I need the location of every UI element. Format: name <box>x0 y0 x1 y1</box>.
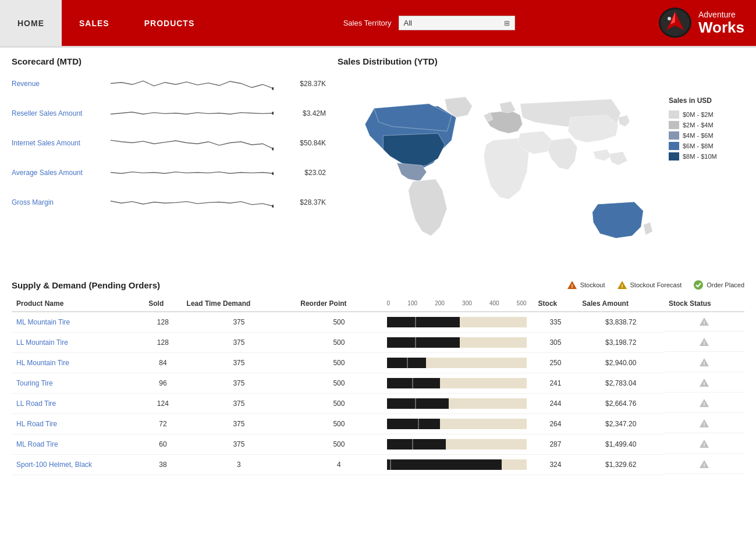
map-legend: Sales in USD $0M - $2M $2M - $4M $4M - $… <box>669 97 744 271</box>
col-stock-status[interactable]: Stock Status <box>664 296 744 312</box>
svg-text:!: ! <box>703 442 705 448</box>
legend-item-0: $0M - $2M <box>669 110 744 119</box>
cell-stock-0: 335 <box>534 312 578 333</box>
cell-sales-5: $2,347.20 <box>577 414 664 434</box>
legend-color-2 <box>669 131 679 140</box>
cell-product-3[interactable]: Touring Tire <box>12 373 144 394</box>
legend-color-3 <box>669 142 679 150</box>
scorecard-value-internet: $50.84K <box>279 139 326 147</box>
scorecard-value-reseller: $3.42M <box>279 109 326 117</box>
cell-stock-4: 244 <box>534 394 578 414</box>
col-lead-time[interactable]: Lead Time Demand <box>182 296 296 312</box>
scorecard-title: Scorecard (MTD) <box>12 56 326 66</box>
cell-status-3: ! <box>664 373 744 393</box>
cell-lead-2: 375 <box>182 353 296 373</box>
scorecard-item-revenue: Revenue $28.37K <box>12 73 326 94</box>
stockout-label: Stockout <box>580 281 605 288</box>
legend-label-2: $4M - $6M <box>683 132 714 139</box>
legend-color-4 <box>669 152 679 160</box>
table-header: Product Name Sold Lead Time Demand Reord… <box>12 296 744 312</box>
cell-sold-0: 128 <box>144 312 182 333</box>
cell-sales-7: $1,329.62 <box>577 455 664 475</box>
cell-product-1[interactable]: LL Mountain Tire <box>12 333 144 353</box>
svg-text:!: ! <box>703 340 705 346</box>
cell-bar-5 <box>382 414 534 434</box>
brand-line2: Works <box>698 19 744 36</box>
table-body: ML Mountain Tire 128 375 500 335 $3,838.… <box>12 312 744 475</box>
scorecard-item-internet: Internet Sales Amount $50.84K <box>12 133 326 153</box>
cell-bar-2 <box>382 353 534 373</box>
cell-product-0[interactable]: ML Mountain Tire <box>12 312 144 333</box>
cell-bar-3 <box>382 373 534 394</box>
cell-lead-3: 375 <box>182 373 296 394</box>
svg-point-9 <box>272 205 274 208</box>
nav-tab-home[interactable]: HOME <box>0 0 62 46</box>
cell-sales-1: $3,198.72 <box>577 333 664 353</box>
sparkline-reseller <box>111 103 274 123</box>
col-sales-amount[interactable]: Sales Amount <box>577 296 664 312</box>
cell-reorder-3: 500 <box>296 373 382 394</box>
svg-text:!: ! <box>703 320 705 326</box>
col-product-name[interactable]: Product Name <box>12 296 144 312</box>
svg-text:!: ! <box>703 422 705 427</box>
scorecard-value-average: $23.02 <box>279 169 326 177</box>
cell-reorder-2: 500 <box>296 353 382 373</box>
table-row: ML Road Tire 60 375 500 287 $1,499.40 ! <box>12 434 744 455</box>
legend-label-0: $0M - $2M <box>683 111 714 118</box>
brand: Adventure Works <box>646 7 756 39</box>
svg-text:!: ! <box>571 283 573 289</box>
table-wrapper[interactable]: Product Name Sold Lead Time Demand Reord… <box>12 296 744 475</box>
cell-status-4: ! <box>664 394 744 413</box>
cell-product-5[interactable]: HL Road Tire <box>12 414 144 434</box>
table-row: HL Mountain Tire 84 375 500 250 $2,940.0… <box>12 353 744 373</box>
header-center: Sales Territory All ⊞ <box>212 16 646 30</box>
cell-lead-7: 3 <box>182 455 296 475</box>
col-reorder[interactable]: Reorder Point <box>296 296 382 312</box>
cell-product-2[interactable]: HL Mountain Tire <box>12 353 144 373</box>
legend-label-1: $2M - $4M <box>683 122 714 129</box>
col-sold[interactable]: Sold <box>144 296 182 312</box>
svg-text:!: ! <box>703 381 705 387</box>
territory-dropdown[interactable]: All ⊞ <box>399 16 515 30</box>
cell-product-6[interactable]: ML Road Tire <box>12 434 144 455</box>
cell-stock-2: 250 <box>534 353 578 373</box>
scorecard-label-revenue: Revenue <box>12 80 105 88</box>
cell-sales-3: $2,783.04 <box>577 373 664 394</box>
supply-title: Supply & Demand (Pending Orders) <box>12 280 567 290</box>
svg-point-5 <box>272 87 274 90</box>
cell-status-7: ! <box>664 455 744 474</box>
territory-value: All <box>404 19 504 27</box>
brand-logo-svg <box>658 7 693 39</box>
map-panel: Sales Distribution (YTD) <box>326 56 744 271</box>
cell-sales-4: $2,664.76 <box>577 394 664 414</box>
cell-reorder-5: 500 <box>296 414 382 434</box>
cell-bar-4 <box>382 394 534 414</box>
table-row: ML Mountain Tire 128 375 500 335 $3,838.… <box>12 312 744 333</box>
scorecard-label-reseller: Reseller Sales Amount <box>12 109 105 117</box>
territory-label: Sales Territory <box>343 19 392 27</box>
cell-status-6: ! <box>664 434 744 454</box>
dropdown-icon: ⊞ <box>504 19 510 27</box>
cell-sold-5: 72 <box>144 414 182 434</box>
cell-stock-1: 305 <box>534 333 578 353</box>
nav-tab-products[interactable]: PRODUCTS <box>127 0 212 46</box>
legend-item-2: $4M - $6M <box>669 131 744 140</box>
scorecard-item-average: Average Sales Amount $23.02 <box>12 162 326 183</box>
table-row: HL Road Tire 72 375 500 264 $2,347.20 ! <box>12 414 744 434</box>
svg-point-15 <box>694 280 703 290</box>
svg-text:!: ! <box>621 283 623 289</box>
cell-sold-7: 38 <box>144 455 182 475</box>
order-placed-label: Order Placed <box>707 281 744 288</box>
cell-product-4[interactable]: LL Road Tire <box>12 394 144 414</box>
sparkline-gross <box>111 192 274 212</box>
col-stock[interactable]: Stock <box>534 296 578 312</box>
nav-tab-sales[interactable]: SALES <box>62 0 127 46</box>
cell-sold-4: 124 <box>144 394 182 414</box>
scorecard-panel: Scorecard (MTD) Revenue $28.37K Reseller… <box>12 56 326 271</box>
cell-product-7[interactable]: Sport-100 Helmet, Black <box>12 455 144 475</box>
cell-reorder-1: 500 <box>296 333 382 353</box>
map-title: Sales Distribution (YTD) <box>338 56 744 66</box>
stockout-forecast-label: Stockout Forecast <box>630 281 682 288</box>
scorecard-value-revenue: $28.37K <box>279 80 326 88</box>
legend-title: Sales in USD <box>669 97 744 105</box>
